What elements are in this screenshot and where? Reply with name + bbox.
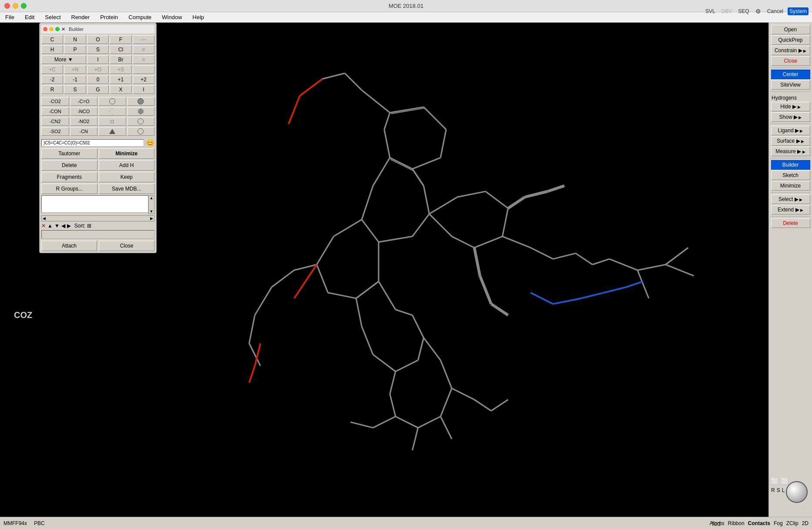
no2-button[interactable]: -NO2	[70, 117, 98, 126]
seq-button[interactable]: SEQ	[736, 7, 751, 15]
x-button[interactable]: X	[110, 85, 131, 94]
ribbon-button[interactable]: Ribbon	[728, 520, 745, 526]
tri-button[interactable]	[98, 127, 126, 136]
plus-2[interactable]: +2	[133, 75, 154, 84]
contacts-button[interactable]: Contacts	[748, 520, 770, 526]
s-button[interactable]: S	[64, 85, 86, 94]
cancel-button[interactable]: Cancel	[765, 7, 785, 15]
close-button[interactable]	[4, 3, 10, 9]
builder-maximize[interactable]	[55, 27, 60, 31]
triple-bond-button[interactable]: ≡	[133, 55, 154, 64]
photo-icon[interactable]: ⬜	[781, 478, 789, 485]
smiles-input[interactable]: )C5=C4C=CC(O)=C502	[41, 139, 144, 147]
circle-sm-button[interactable]	[127, 117, 155, 126]
c-eq-o-button[interactable]: -C=O	[70, 97, 98, 106]
show-button[interactable]: Show ▶	[771, 112, 810, 122]
sort-options-icon[interactable]: ⊞	[87, 223, 91, 229]
ring-open-button[interactable]	[98, 97, 126, 106]
minimize-button[interactable]	[13, 3, 18, 9]
camera-icon[interactable]: ⬜	[771, 478, 778, 485]
ctrl-x-icon[interactable]: ✕	[41, 223, 46, 229]
refresh-icon[interactable]: ↺	[801, 504, 807, 512]
plus-1[interactable]: +1	[110, 75, 131, 84]
system-button[interactable]: System	[788, 7, 809, 15]
chlorine-button[interactable]: Cl	[110, 45, 131, 54]
carbon-button[interactable]: C	[41, 35, 63, 44]
add-h-button[interactable]: Add H	[99, 160, 155, 171]
down-icon[interactable]: ▼	[54, 223, 60, 229]
surface-button[interactable]: Surface ▶	[771, 136, 810, 146]
cn-button[interactable]: -CN	[70, 127, 98, 136]
scroll-down-icon[interactable]: ▼	[150, 209, 154, 214]
more-button[interactable]: More ▼	[41, 55, 86, 64]
nitrogen-button[interactable]: N	[64, 35, 86, 44]
menu-window[interactable]: Window	[160, 13, 184, 21]
double-bond-button[interactable]: ≡	[133, 45, 154, 54]
fragments-button[interactable]: Fragments	[41, 172, 97, 182]
charge-o[interactable]: +O	[87, 65, 109, 74]
circle-lg-button[interactable]	[127, 127, 155, 136]
siteview-button[interactable]: SiteView	[771, 80, 810, 90]
attach-button[interactable]: Attach	[41, 241, 97, 251]
zclip-button[interactable]: ZClip	[786, 520, 799, 526]
svl-button[interactable]: SVL	[704, 7, 717, 15]
menu-render[interactable]: Render	[70, 13, 92, 21]
zero[interactable]: 0	[87, 75, 109, 84]
hex-filled-button[interactable]	[127, 107, 155, 116]
close-builder-button[interactable]: Close	[99, 241, 154, 251]
menu-compute[interactable]: Compute	[127, 13, 153, 21]
quickprep-button[interactable]: QuickPrep	[771, 35, 810, 45]
con-button[interactable]: -CON	[41, 107, 69, 116]
fluorine-button[interactable]: F	[110, 35, 131, 44]
i-button[interactable]: I	[133, 85, 154, 94]
minus-1[interactable]: -1	[64, 75, 86, 84]
iodine-button[interactable]: I	[87, 55, 109, 64]
close-mol-button[interactable]: Close	[771, 56, 810, 66]
tautomer-button[interactable]: Tautomer	[41, 148, 97, 159]
keep-button[interactable]: Keep	[99, 172, 155, 182]
phosphorus-button[interactable]: P	[64, 45, 86, 54]
delete-button[interactable]: Delete	[771, 218, 810, 228]
horizontal-scrollbar[interactable]: ◀ ▶	[41, 215, 154, 221]
menu-edit[interactable]: Edit	[23, 13, 36, 21]
oxygen-button[interactable]: O	[87, 35, 109, 44]
dbv-button[interactable]: DBV	[720, 7, 734, 15]
center-button[interactable]: Center	[771, 70, 810, 79]
atoms-button[interactable]: Atoms	[710, 520, 725, 526]
smiley-icon[interactable]: 😊	[146, 139, 154, 147]
left-icon[interactable]: ◀	[61, 223, 65, 229]
up-icon[interactable]: ▲	[47, 223, 53, 229]
builder-textarea[interactable]	[41, 195, 148, 213]
extend-button[interactable]: Extend ▶	[771, 205, 810, 214]
ring-filled-button[interactable]	[127, 97, 155, 106]
charge-s[interactable]: +S	[110, 65, 131, 74]
2d-button[interactable]: 2D	[802, 520, 809, 526]
sulfur-button[interactable]: S	[87, 45, 109, 54]
measure-button[interactable]: Measure ▶	[771, 147, 810, 156]
maximize-button[interactable]	[21, 3, 27, 9]
menu-help[interactable]: Help	[191, 13, 206, 21]
open-button[interactable]: Open	[771, 25, 810, 34]
single-bond-button[interactable]: —	[133, 35, 154, 44]
hex-open-button[interactable]	[98, 107, 126, 116]
save-mdb-button[interactable]: Save MDB...	[99, 184, 155, 194]
square-button[interactable]: □	[98, 117, 126, 126]
charge-empty[interactable]	[133, 65, 154, 74]
fog-button[interactable]: Fog	[774, 520, 783, 526]
hydrogen-button[interactable]: H	[41, 45, 63, 54]
gear-icon[interactable]: ⚙	[754, 7, 763, 16]
builder-minimize[interactable]	[49, 27, 54, 31]
menu-protein[interactable]: Protein	[98, 13, 120, 21]
builder-close[interactable]	[43, 27, 47, 31]
charge-c[interactable]: +C	[41, 65, 63, 74]
minus-2[interactable]: -2	[41, 75, 63, 84]
constrain-button[interactable]: Constrain ▶	[771, 46, 810, 55]
builder-button[interactable]: Builder	[771, 160, 810, 170]
right-icon[interactable]: ▶	[67, 223, 71, 229]
delete-action-button[interactable]: Delete	[41, 160, 97, 171]
select-button[interactable]: Select ▶	[771, 194, 810, 204]
r-groups-button[interactable]: R Groups...	[41, 184, 97, 194]
hide-button[interactable]: Hide ▶	[771, 102, 810, 111]
menu-select[interactable]: Select	[43, 13, 62, 21]
cn2-button[interactable]: -CN2	[41, 117, 69, 126]
